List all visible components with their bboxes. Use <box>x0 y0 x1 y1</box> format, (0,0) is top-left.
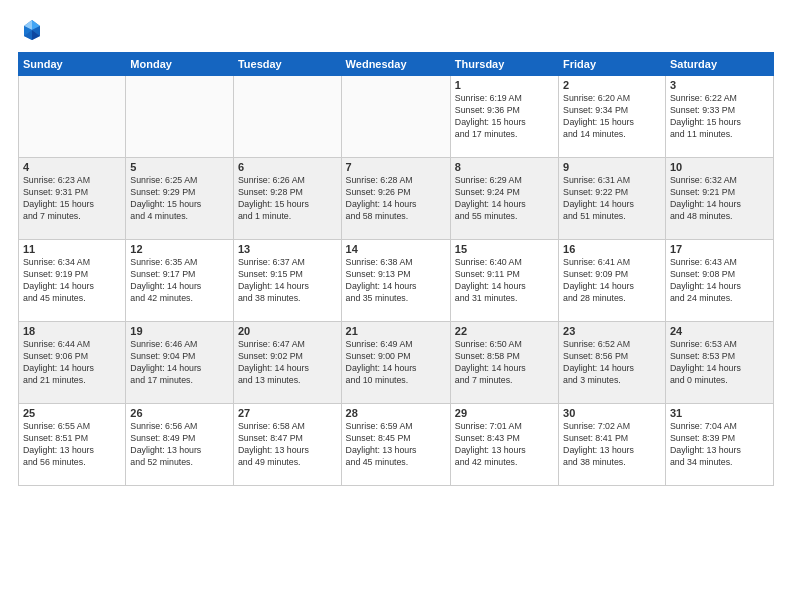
calendar-cell: 8Sunrise: 6:29 AM Sunset: 9:24 PM Daylig… <box>450 158 558 240</box>
day-info: Sunrise: 7:04 AM Sunset: 8:39 PM Dayligh… <box>670 421 769 469</box>
day-info: Sunrise: 6:28 AM Sunset: 9:26 PM Dayligh… <box>346 175 446 223</box>
day-info: Sunrise: 6:46 AM Sunset: 9:04 PM Dayligh… <box>130 339 229 387</box>
calendar-cell: 21Sunrise: 6:49 AM Sunset: 9:00 PM Dayli… <box>341 322 450 404</box>
calendar-header-sunday: Sunday <box>19 53 126 76</box>
day-info: Sunrise: 6:20 AM Sunset: 9:34 PM Dayligh… <box>563 93 661 141</box>
calendar-cell: 12Sunrise: 6:35 AM Sunset: 9:17 PM Dayli… <box>126 240 234 322</box>
day-info: Sunrise: 6:37 AM Sunset: 9:15 PM Dayligh… <box>238 257 337 305</box>
day-info: Sunrise: 6:58 AM Sunset: 8:47 PM Dayligh… <box>238 421 337 469</box>
day-info: Sunrise: 6:19 AM Sunset: 9:36 PM Dayligh… <box>455 93 554 141</box>
day-info: Sunrise: 6:31 AM Sunset: 9:22 PM Dayligh… <box>563 175 661 223</box>
day-info: Sunrise: 6:25 AM Sunset: 9:29 PM Dayligh… <box>130 175 229 223</box>
calendar-header-monday: Monday <box>126 53 234 76</box>
calendar-cell <box>341 76 450 158</box>
calendar-cell: 13Sunrise: 6:37 AM Sunset: 9:15 PM Dayli… <box>233 240 341 322</box>
calendar-cell: 24Sunrise: 6:53 AM Sunset: 8:53 PM Dayli… <box>665 322 773 404</box>
day-number: 15 <box>455 243 554 255</box>
calendar-cell: 1Sunrise: 6:19 AM Sunset: 9:36 PM Daylig… <box>450 76 558 158</box>
logo-icon <box>18 16 46 44</box>
calendar-cell: 9Sunrise: 6:31 AM Sunset: 9:22 PM Daylig… <box>559 158 666 240</box>
header <box>18 16 774 44</box>
day-number: 1 <box>455 79 554 91</box>
calendar-week-3: 11Sunrise: 6:34 AM Sunset: 9:19 PM Dayli… <box>19 240 774 322</box>
calendar-cell: 7Sunrise: 6:28 AM Sunset: 9:26 PM Daylig… <box>341 158 450 240</box>
calendar-cell: 29Sunrise: 7:01 AM Sunset: 8:43 PM Dayli… <box>450 404 558 486</box>
day-info: Sunrise: 6:38 AM Sunset: 9:13 PM Dayligh… <box>346 257 446 305</box>
day-number: 22 <box>455 325 554 337</box>
calendar-header-friday: Friday <box>559 53 666 76</box>
calendar-cell: 2Sunrise: 6:20 AM Sunset: 9:34 PM Daylig… <box>559 76 666 158</box>
day-number: 10 <box>670 161 769 173</box>
calendar-cell: 26Sunrise: 6:56 AM Sunset: 8:49 PM Dayli… <box>126 404 234 486</box>
day-number: 14 <box>346 243 446 255</box>
calendar-cell: 31Sunrise: 7:04 AM Sunset: 8:39 PM Dayli… <box>665 404 773 486</box>
calendar-cell: 16Sunrise: 6:41 AM Sunset: 9:09 PM Dayli… <box>559 240 666 322</box>
calendar-cell: 27Sunrise: 6:58 AM Sunset: 8:47 PM Dayli… <box>233 404 341 486</box>
day-info: Sunrise: 6:59 AM Sunset: 8:45 PM Dayligh… <box>346 421 446 469</box>
calendar-week-1: 1Sunrise: 6:19 AM Sunset: 9:36 PM Daylig… <box>19 76 774 158</box>
calendar-cell: 20Sunrise: 6:47 AM Sunset: 9:02 PM Dayli… <box>233 322 341 404</box>
day-number: 26 <box>130 407 229 419</box>
day-info: Sunrise: 6:47 AM Sunset: 9:02 PM Dayligh… <box>238 339 337 387</box>
calendar-cell: 17Sunrise: 6:43 AM Sunset: 9:08 PM Dayli… <box>665 240 773 322</box>
day-info: Sunrise: 6:49 AM Sunset: 9:00 PM Dayligh… <box>346 339 446 387</box>
day-number: 24 <box>670 325 769 337</box>
day-number: 2 <box>563 79 661 91</box>
day-number: 9 <box>563 161 661 173</box>
calendar-cell: 6Sunrise: 6:26 AM Sunset: 9:28 PM Daylig… <box>233 158 341 240</box>
day-number: 6 <box>238 161 337 173</box>
calendar-cell <box>233 76 341 158</box>
calendar-header-tuesday: Tuesday <box>233 53 341 76</box>
day-number: 21 <box>346 325 446 337</box>
day-number: 4 <box>23 161 121 173</box>
day-info: Sunrise: 6:50 AM Sunset: 8:58 PM Dayligh… <box>455 339 554 387</box>
calendar-cell: 4Sunrise: 6:23 AM Sunset: 9:31 PM Daylig… <box>19 158 126 240</box>
calendar-cell: 10Sunrise: 6:32 AM Sunset: 9:21 PM Dayli… <box>665 158 773 240</box>
calendar-header-saturday: Saturday <box>665 53 773 76</box>
day-number: 5 <box>130 161 229 173</box>
calendar-cell: 5Sunrise: 6:25 AM Sunset: 9:29 PM Daylig… <box>126 158 234 240</box>
calendar-header-thursday: Thursday <box>450 53 558 76</box>
day-info: Sunrise: 6:44 AM Sunset: 9:06 PM Dayligh… <box>23 339 121 387</box>
day-number: 19 <box>130 325 229 337</box>
day-info: Sunrise: 6:22 AM Sunset: 9:33 PM Dayligh… <box>670 93 769 141</box>
calendar-cell: 14Sunrise: 6:38 AM Sunset: 9:13 PM Dayli… <box>341 240 450 322</box>
day-info: Sunrise: 6:56 AM Sunset: 8:49 PM Dayligh… <box>130 421 229 469</box>
calendar-header-row: SundayMondayTuesdayWednesdayThursdayFrid… <box>19 53 774 76</box>
calendar-cell: 18Sunrise: 6:44 AM Sunset: 9:06 PM Dayli… <box>19 322 126 404</box>
calendar-header-wednesday: Wednesday <box>341 53 450 76</box>
calendar-cell: 25Sunrise: 6:55 AM Sunset: 8:51 PM Dayli… <box>19 404 126 486</box>
day-number: 16 <box>563 243 661 255</box>
calendar-table: SundayMondayTuesdayWednesdayThursdayFrid… <box>18 52 774 486</box>
day-info: Sunrise: 6:23 AM Sunset: 9:31 PM Dayligh… <box>23 175 121 223</box>
day-info: Sunrise: 6:40 AM Sunset: 9:11 PM Dayligh… <box>455 257 554 305</box>
day-info: Sunrise: 6:35 AM Sunset: 9:17 PM Dayligh… <box>130 257 229 305</box>
page: SundayMondayTuesdayWednesdayThursdayFrid… <box>0 0 792 612</box>
calendar-week-4: 18Sunrise: 6:44 AM Sunset: 9:06 PM Dayli… <box>19 322 774 404</box>
day-info: Sunrise: 6:43 AM Sunset: 9:08 PM Dayligh… <box>670 257 769 305</box>
calendar-cell: 30Sunrise: 7:02 AM Sunset: 8:41 PM Dayli… <box>559 404 666 486</box>
day-info: Sunrise: 6:26 AM Sunset: 9:28 PM Dayligh… <box>238 175 337 223</box>
calendar-cell: 28Sunrise: 6:59 AM Sunset: 8:45 PM Dayli… <box>341 404 450 486</box>
day-info: Sunrise: 7:02 AM Sunset: 8:41 PM Dayligh… <box>563 421 661 469</box>
calendar-cell: 22Sunrise: 6:50 AM Sunset: 8:58 PM Dayli… <box>450 322 558 404</box>
calendar-cell: 11Sunrise: 6:34 AM Sunset: 9:19 PM Dayli… <box>19 240 126 322</box>
day-info: Sunrise: 6:53 AM Sunset: 8:53 PM Dayligh… <box>670 339 769 387</box>
day-info: Sunrise: 6:52 AM Sunset: 8:56 PM Dayligh… <box>563 339 661 387</box>
day-info: Sunrise: 6:41 AM Sunset: 9:09 PM Dayligh… <box>563 257 661 305</box>
day-number: 27 <box>238 407 337 419</box>
day-number: 7 <box>346 161 446 173</box>
calendar-cell: 23Sunrise: 6:52 AM Sunset: 8:56 PM Dayli… <box>559 322 666 404</box>
day-number: 13 <box>238 243 337 255</box>
calendar-cell: 3Sunrise: 6:22 AM Sunset: 9:33 PM Daylig… <box>665 76 773 158</box>
calendar-cell <box>126 76 234 158</box>
day-number: 29 <box>455 407 554 419</box>
calendar-cell: 19Sunrise: 6:46 AM Sunset: 9:04 PM Dayli… <box>126 322 234 404</box>
day-number: 3 <box>670 79 769 91</box>
day-info: Sunrise: 6:32 AM Sunset: 9:21 PM Dayligh… <box>670 175 769 223</box>
day-number: 8 <box>455 161 554 173</box>
day-number: 20 <box>238 325 337 337</box>
day-number: 23 <box>563 325 661 337</box>
day-number: 25 <box>23 407 121 419</box>
day-number: 12 <box>130 243 229 255</box>
